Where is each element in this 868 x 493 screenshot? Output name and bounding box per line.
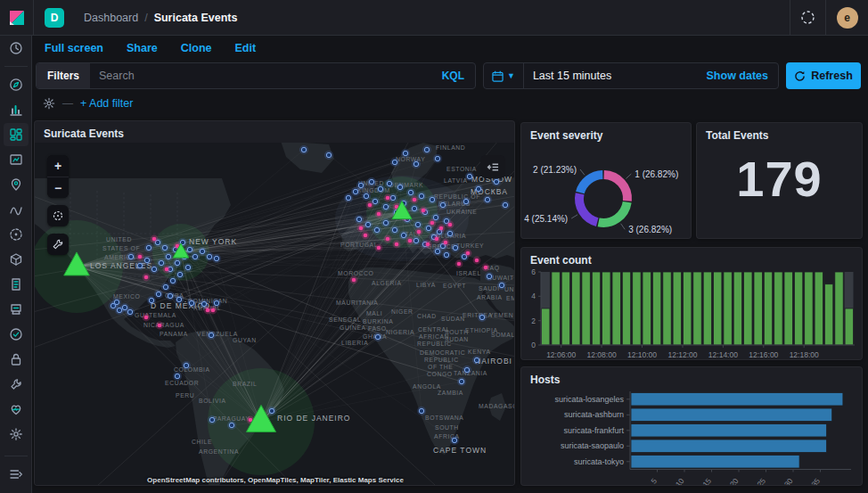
svg-text:ERITREA: ERITREA <box>463 312 493 318</box>
edit-button[interactable]: Edit <box>234 42 256 54</box>
sidebar-item-dashboard[interactable] <box>4 123 29 146</box>
event-count-bar-chart: 024612:06:0012:08:0012:10:0012:12:0012:1… <box>525 268 860 360</box>
user-menu-button[interactable]: e <box>825 0 868 35</box>
svg-text:12:06:00: 12:06:00 <box>546 350 576 359</box>
sidebar-item-collapse-navigation[interactable] <box>4 463 29 486</box>
refresh-label: Refresh <box>811 70 853 82</box>
full-screen-button[interactable]: Full screen <box>45 42 103 54</box>
sidebar-navigation <box>0 36 32 493</box>
svg-text:DEMOCRATIC: DEMOCRATIC <box>420 349 465 356</box>
svg-text:ANGOLA: ANGOLA <box>413 383 441 390</box>
sidebar-item-metrics[interactable] <box>4 248 29 271</box>
svg-text:12:16:00: 12:16:00 <box>749 350 778 359</box>
discover-icon <box>9 78 23 92</box>
tools-button[interactable] <box>47 234 69 255</box>
calendar-icon <box>492 70 504 82</box>
clone-button[interactable]: Clone <box>181 42 212 54</box>
sidebar-item-visualize[interactable] <box>4 98 29 121</box>
svg-text:NIGER: NIGER <box>391 308 414 315</box>
svg-text:PARAGUAY: PARAGUAY <box>213 415 250 422</box>
refresh-icon <box>794 70 806 82</box>
svg-text:SUDAN: SUDAN <box>445 336 469 342</box>
svg-text:12:08:00: 12:08:00 <box>587 350 617 359</box>
kibana-logo-icon <box>9 10 25 26</box>
svg-text:SOMALIA: SOMALIA <box>491 332 515 338</box>
svg-text:ARGENTINA: ARGENTINA <box>199 448 239 455</box>
sidebar-item-siem[interactable] <box>4 298 29 321</box>
apm-icon <box>9 227 23 242</box>
logs-icon <box>9 277 23 292</box>
canvas-icon <box>9 152 23 167</box>
svg-text:VENEZUELA: VENEZUELA <box>197 331 238 337</box>
page-title: Suricata Events <box>154 12 238 24</box>
time-range-value[interactable]: Last 15 minutes <box>524 70 707 82</box>
machine-learning-icon <box>9 202 23 217</box>
zoom-in-button[interactable]: + <box>47 155 69 177</box>
sidebar-item-management[interactable] <box>4 423 29 446</box>
total-events-value: 179 <box>697 150 862 208</box>
svg-text:GUINEA: GUINEA <box>340 325 366 331</box>
search-input[interactable] <box>90 70 431 82</box>
dashboard-icon <box>9 127 23 142</box>
kql-toggle[interactable]: KQL <box>431 70 475 82</box>
event-severity-donut-chart: 1 (26.82%)3 (26.82%)4 (25.14%)2 (21.23%) <box>521 144 692 239</box>
svg-text:CAPE TOWN: CAPE TOWN <box>433 446 487 455</box>
legend-toggle-button[interactable] <box>480 155 505 178</box>
metrics-icon <box>9 252 23 267</box>
svg-text:15: 15 <box>700 476 713 486</box>
search-box: Filters KQL <box>36 62 476 89</box>
svg-text:EMIR: EMIR <box>506 295 515 301</box>
svg-text:FINLAND: FINLAND <box>436 144 465 151</box>
svg-text:MADAGASCAR: MADAGASCAR <box>479 403 515 409</box>
svg-text:ALGERIA: ALGERIA <box>372 280 402 286</box>
svg-text:BOTSWANA: BOTSWANA <box>425 415 463 421</box>
zoom-out-button[interactable]: − <box>47 177 69 198</box>
svg-text:UKRAINE: UKRAINE <box>446 209 477 215</box>
date-picker: ▼ Last 15 minutes Show dates <box>483 62 779 89</box>
sidebar-item-machine-learning[interactable] <box>4 198 29 221</box>
svg-text:4 (25.14%): 4 (25.14%) <box>524 214 568 224</box>
refresh-button[interactable]: Refresh <box>786 62 861 89</box>
sidebar-item-uptime[interactable] <box>4 323 29 346</box>
avatar: e <box>837 7 858 29</box>
filter-settings-button[interactable] <box>43 97 55 110</box>
filter-separator: — <box>62 97 73 110</box>
svg-text:ESTONIA: ESTONIA <box>446 166 477 172</box>
tools-icon <box>52 238 64 251</box>
svg-text:PANAMA: PANAMA <box>160 331 188 337</box>
sidebar-item-monitoring[interactable] <box>4 398 29 421</box>
world-map[interactable]: FINLANDNORWAYESTONIALATVIAMOSCOWМОСКВАDE… <box>35 143 515 486</box>
set-view-button[interactable] <box>47 205 69 226</box>
share-button[interactable]: Share <box>127 42 158 54</box>
sidebar-item-canvas[interactable] <box>4 148 29 171</box>
sidebar-item-recently-viewed[interactable] <box>4 37 29 60</box>
svg-text:12:10:00: 12:10:00 <box>627 350 657 359</box>
sidebar-item-dev-tools[interactable] <box>4 373 29 396</box>
breadcrumb-dashboard[interactable]: Dashboard <box>84 12 138 24</box>
filters-menu-button[interactable]: Filters <box>37 63 90 88</box>
svg-text:6: 6 <box>531 268 536 276</box>
map-controls: + − <box>47 155 69 255</box>
sidebar-item-maps[interactable] <box>4 173 29 196</box>
svg-text:UNITED: UNITED <box>106 236 132 242</box>
calendar-button[interactable]: ▼ <box>484 63 524 88</box>
map-canvas[interactable]: FINLANDNORWAYESTONIALATVIAMOSCOWМОСКВАDE… <box>35 143 515 486</box>
svg-text:REPUBLIC: REPUBLIC <box>424 357 459 363</box>
map-attribution: OpenStreetMap contributors, OpenMapTiles… <box>35 476 515 484</box>
sidebar-item-discover[interactable] <box>4 73 29 96</box>
show-dates-button[interactable]: Show dates <box>707 70 778 82</box>
kibana-dashboard: D Dashboard / Suricata Events e Full scr… <box>0 0 868 493</box>
sidebar-item-logs[interactable] <box>4 273 29 296</box>
svg-text:35: 35 <box>809 476 822 486</box>
sidebar-item-security[interactable] <box>4 348 29 371</box>
space-badge[interactable]: D <box>45 8 64 28</box>
sidebar-item-apm[interactable] <box>4 223 29 246</box>
add-filter-button[interactable]: + Add filter <box>80 97 133 110</box>
dev-tools-icon <box>9 377 23 391</box>
svg-text:EGYPT: EGYPT <box>443 283 466 289</box>
kibana-logo[interactable] <box>0 0 34 35</box>
globe-icon <box>800 10 815 25</box>
svg-text:suricata-frankfurt: suricata-frankfurt <box>563 426 624 435</box>
help-button[interactable] <box>790 0 825 35</box>
chevron-down-icon: ▼ <box>507 71 515 80</box>
